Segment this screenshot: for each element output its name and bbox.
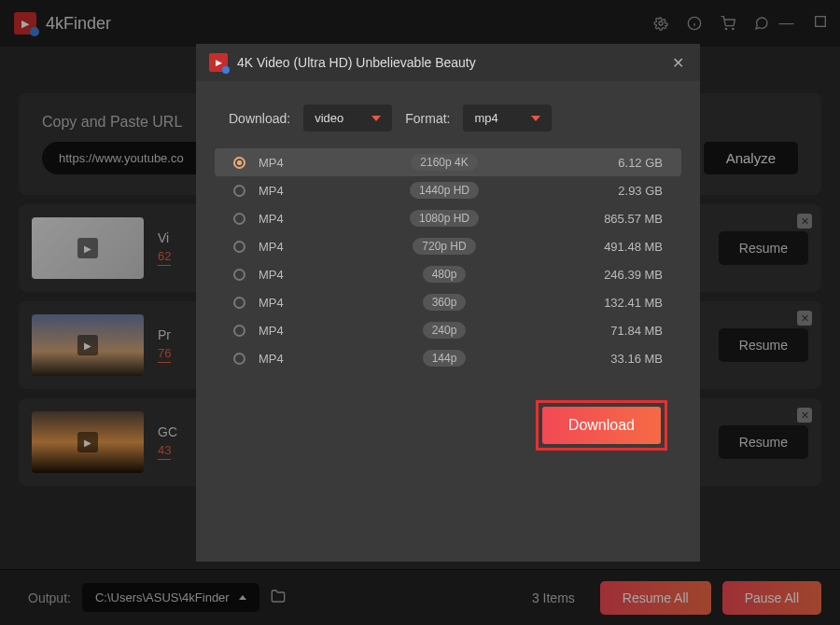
format-name: MP4: [259, 296, 352, 310]
download-button[interactable]: Download: [542, 407, 661, 444]
modal-title: 4K Video (Ultra HD) Unbelievable Beauty: [237, 55, 659, 70]
format-resolution: 240p: [423, 322, 467, 339]
radio-icon: [233, 241, 245, 253]
format-size: 33.16 MB: [537, 352, 663, 366]
download-type-select[interactable]: video: [303, 104, 392, 132]
download-modal: 4K Video (Ultra HD) Unbelievable Beauty …: [196, 44, 700, 562]
format-list: MP4 2160p 4K 6.12 GB MP4 1440p HD 2.93 G…: [196, 148, 700, 372]
format-name: MP4: [259, 156, 352, 170]
radio-icon: [233, 297, 245, 309]
format-name: MP4: [259, 324, 352, 338]
format-value: mp4: [474, 111, 497, 125]
format-resolution: 1440p HD: [410, 182, 479, 199]
format-resolution: 1080p HD: [410, 210, 479, 227]
download-button-highlight: Download: [536, 400, 667, 451]
format-row[interactable]: MP4 144p 33.16 MB: [215, 344, 681, 372]
format-resolution: 480p: [423, 266, 467, 283]
radio-icon: [233, 269, 245, 281]
format-row[interactable]: MP4 480p 246.39 MB: [215, 260, 681, 288]
format-size: 6.12 GB: [537, 156, 663, 170]
format-size: 865.57 MB: [537, 212, 663, 226]
modal-controls: Download: video Format: mp4: [196, 81, 700, 148]
format-row[interactable]: MP4 720p HD 491.48 MB: [215, 232, 681, 260]
format-size: 132.41 MB: [537, 296, 663, 310]
radio-icon: [233, 353, 245, 365]
format-name: MP4: [259, 184, 352, 198]
format-resolution: 144p: [423, 350, 467, 367]
format-label: Format:: [405, 111, 450, 126]
radio-icon: [233, 185, 245, 197]
radio-icon: [233, 213, 245, 225]
format-resolution: 2160p 4K: [411, 154, 477, 171]
format-resolution: 360p: [423, 294, 467, 311]
modal-close-icon[interactable]: ✕: [668, 54, 687, 72]
format-size: 2.93 GB: [537, 184, 663, 198]
format-size: 491.48 MB: [537, 240, 663, 254]
radio-icon: [233, 157, 245, 169]
download-type-label: Download:: [229, 111, 290, 126]
format-row[interactable]: MP4 1440p HD 2.93 GB: [215, 176, 681, 204]
modal-logo-icon: [209, 53, 228, 72]
format-name: MP4: [259, 268, 352, 282]
download-type-value: video: [315, 111, 343, 125]
format-row[interactable]: MP4 240p 71.84 MB: [215, 316, 681, 344]
format-size: 246.39 MB: [537, 268, 663, 282]
format-resolution: 720p HD: [413, 238, 475, 255]
format-row[interactable]: MP4 360p 132.41 MB: [215, 288, 681, 316]
chevron-down-icon: [371, 116, 381, 121]
format-row[interactable]: MP4 2160p 4K 6.12 GB: [215, 148, 681, 176]
radio-icon: [233, 325, 245, 337]
format-size: 71.84 MB: [537, 324, 663, 338]
format-select[interactable]: mp4: [463, 104, 552, 132]
chevron-down-icon: [531, 116, 540, 121]
format-name: MP4: [259, 212, 352, 226]
format-row[interactable]: MP4 1080p HD 865.57 MB: [215, 204, 681, 232]
modal-header: 4K Video (Ultra HD) Unbelievable Beauty …: [196, 44, 700, 81]
format-name: MP4: [259, 240, 352, 254]
format-name: MP4: [259, 352, 352, 366]
